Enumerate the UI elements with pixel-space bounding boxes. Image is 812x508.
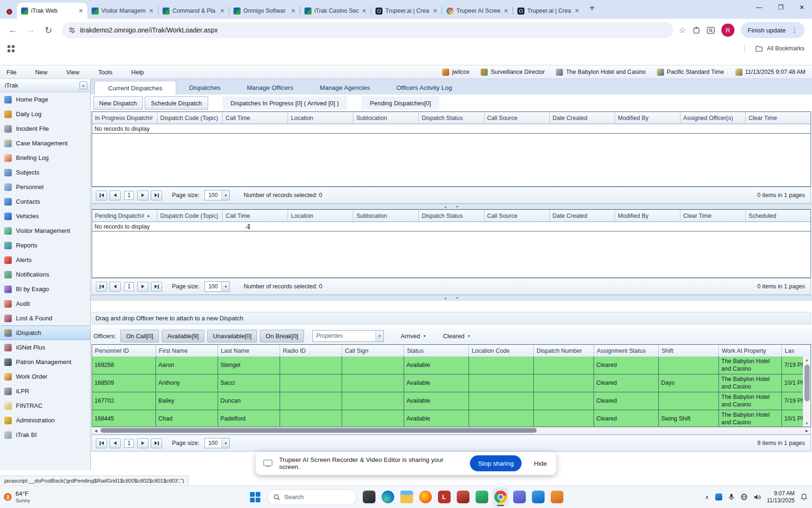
last-page-button[interactable]	[151, 190, 162, 200]
chrome-menu-icon[interactable]: ⋮	[791, 26, 798, 34]
column-header-las[interactable]: Las	[782, 345, 811, 357]
menu-tools[interactable]: Tools	[98, 69, 112, 76]
next-page-button[interactable]	[137, 190, 148, 200]
page-size-select[interactable]: 100▼	[204, 438, 230, 448]
dispatches-in-progress-toggle[interactable]: Dispatches In Progress [0] ( Arrived [0]…	[222, 96, 347, 110]
browser-tab[interactable]: iTrak Web✕	[17, 3, 87, 19]
sidebar-item-vehicles[interactable]: Vehicles	[0, 209, 90, 223]
officer-filter-on-call[interactable]: On Call[0]	[120, 330, 159, 342]
tab-close-icon[interactable]: ✕	[220, 8, 225, 14]
chevron-down-icon[interactable]: ▼	[375, 331, 383, 341]
last-page-button[interactable]	[151, 282, 162, 292]
scroll-up-icon[interactable]: ▲	[805, 357, 809, 364]
taskbar-search[interactable]: Search	[267, 489, 357, 505]
scrollbar-thumb[interactable]	[101, 428, 537, 433]
tab-manage-agencies[interactable]: Manage Agencies	[306, 81, 383, 95]
sidebar-item-audit[interactable]: Audit	[0, 296, 90, 311]
page-number-input[interactable]: 1	[124, 282, 134, 291]
window-minimize-button[interactable]: —	[756, 4, 762, 11]
sidebar-item-patron-management[interactable]: Patron Management	[0, 355, 90, 369]
sidebar-item-case-management[interactable]: Case Management	[0, 136, 90, 151]
media-app-icon[interactable]	[455, 487, 471, 507]
menu-help[interactable]: Help	[131, 69, 144, 76]
tab-manage-officers[interactable]: Manage Officers	[234, 81, 306, 95]
sidebar-collapse-button[interactable]: ▲	[79, 81, 87, 89]
officer-row[interactable]: 168509AnthonySacciAvailableClearedDaysTh…	[92, 374, 811, 392]
sidebar-item-ilpr[interactable]: iLPR	[0, 384, 90, 398]
browser-tab[interactable]: Visitor Managem✕	[87, 3, 158, 19]
sidebar-item-contacts[interactable]: Contacts	[0, 194, 90, 209]
officer-filter-on-break[interactable]: On Break[0]	[260, 330, 304, 342]
browser-tab[interactable]: Command & Pla✕	[158, 3, 229, 19]
weather-widget[interactable]: 3 64°F Sunny	[4, 490, 30, 504]
first-page-button[interactable]	[96, 282, 107, 292]
column-header-pending-dispatch[interactable]: Pending Dispatch#▲	[92, 210, 157, 222]
column-header-status[interactable]: Status	[404, 345, 469, 357]
back-button[interactable]: ←	[5, 25, 21, 35]
browser-tab[interactable]: Trupeer AI Scree✕	[442, 3, 513, 19]
profile-avatar[interactable]: R	[721, 24, 734, 37]
sidebar-item-fintrac[interactable]: FINTRAC	[0, 398, 90, 413]
vertical-scrollbar[interactable]: ▲ ▼	[803, 357, 811, 427]
column-header-personnel-id[interactable]: Personnel ID	[92, 345, 156, 357]
column-header-call-source[interactable]: Call Source	[484, 210, 550, 222]
sidebar-item-subjects[interactable]: Subjects	[0, 165, 90, 180]
chevron-down-icon[interactable]: ▼	[221, 282, 229, 291]
next-page-button[interactable]	[137, 282, 148, 292]
column-header-assigned-officer-s[interactable]: Assigned Officer(s)	[680, 112, 746, 124]
column-header-dispatch-code-topic[interactable]: Dispatch Code (Topic)	[157, 210, 223, 222]
window-maximize-button[interactable]: ❐	[778, 4, 783, 11]
l-app-icon[interactable]: L	[436, 487, 452, 507]
tab-close-icon[interactable]: ✕	[149, 8, 154, 14]
column-header-location-code[interactable]: Location Code	[469, 345, 534, 357]
column-header-date-created[interactable]: Date Created	[550, 210, 615, 222]
column-header-shift[interactable]: Shift	[659, 345, 719, 357]
bookmark-star-icon[interactable]: ☆	[679, 25, 686, 35]
drag-drop-zone[interactable]: Drag and drop Officer here to attach to …	[92, 312, 811, 325]
sidebar-item-notifications[interactable]: Notifications	[0, 267, 90, 282]
page-number-input[interactable]: 1	[124, 191, 134, 200]
sidebar-item-alerts[interactable]: Alerts	[0, 253, 90, 267]
column-header-work-at-property[interactable]: Work At Property	[719, 345, 782, 357]
first-page-button[interactable]	[96, 438, 107, 448]
officer-filter-unavailable[interactable]: Unavailable[0]	[207, 330, 257, 342]
hidden-icons-chevron[interactable]: ∧	[705, 494, 709, 500]
page-number-input[interactable]: 1	[124, 439, 134, 448]
page-size-select[interactable]: 100▼	[204, 190, 230, 200]
site-settings-icon[interactable]	[69, 27, 75, 33]
extensions-icon[interactable]	[693, 26, 700, 34]
browser-tab[interactable]: iTrak Casino Sec✕	[300, 3, 371, 19]
sidebar-item-lost-found[interactable]: Lost & Found	[0, 311, 90, 325]
edge-icon[interactable]	[380, 487, 396, 507]
forward-button[interactable]: →	[23, 25, 39, 35]
officer-row[interactable]: 168445ChadPadelfordAvailableClearedSwing…	[92, 410, 811, 427]
menu-new[interactable]: New	[35, 69, 47, 76]
stop-sharing-button[interactable]: Stop sharing	[470, 455, 522, 471]
tray-app-icon[interactable]	[715, 493, 722, 500]
file-explorer-icon[interactable]	[398, 487, 414, 507]
page-size-select[interactable]: 100▼	[204, 281, 230, 292]
sidebar-item-work-order[interactable]: Work Order	[0, 369, 90, 384]
new-dispatch-button[interactable]: New Dispatch	[93, 96, 143, 110]
officer-row[interactable]: 167702BaileyDuncanAvailableClearedThe Ba…	[92, 392, 811, 410]
officer-row[interactable]: 169258AaronStengelAvailableClearedThe Ba…	[92, 357, 811, 374]
sidebar-item-administration[interactable]: Administration	[0, 413, 90, 428]
splitter-handle[interactable]: ▲▼	[91, 295, 812, 301]
column-header-dispatch-status[interactable]: Dispatch Status	[419, 210, 484, 222]
column-header-call-time[interactable]: Call Time	[223, 210, 288, 222]
first-page-button[interactable]	[96, 190, 107, 200]
volume-icon[interactable]	[754, 494, 761, 500]
column-header-dispatch-number[interactable]: Dispatch Number	[534, 345, 594, 357]
chevron-down-icon[interactable]: ▼	[221, 438, 229, 448]
browser-tab[interactable]: Trupeer.ai | Crea✕	[371, 3, 442, 19]
pen-app-icon[interactable]	[549, 487, 565, 507]
mail-app-icon[interactable]	[530, 487, 546, 507]
address-bar[interactable]: itrakdemo2.omnigo.one/iTrak/WorkLoader.a…	[62, 22, 673, 38]
previous-page-button[interactable]	[109, 282, 121, 292]
column-header-location[interactable]: Location	[288, 112, 353, 124]
column-header-call-sign[interactable]: Call Sign	[342, 345, 404, 357]
column-header-call-source[interactable]: Call Source	[484, 112, 550, 124]
tab-close-icon[interactable]: ✕	[362, 8, 367, 14]
sidebar-item-briefing-log[interactable]: Briefing Log	[0, 151, 90, 165]
sidebar-item-daily-log[interactable]: Daily Log	[0, 107, 90, 121]
